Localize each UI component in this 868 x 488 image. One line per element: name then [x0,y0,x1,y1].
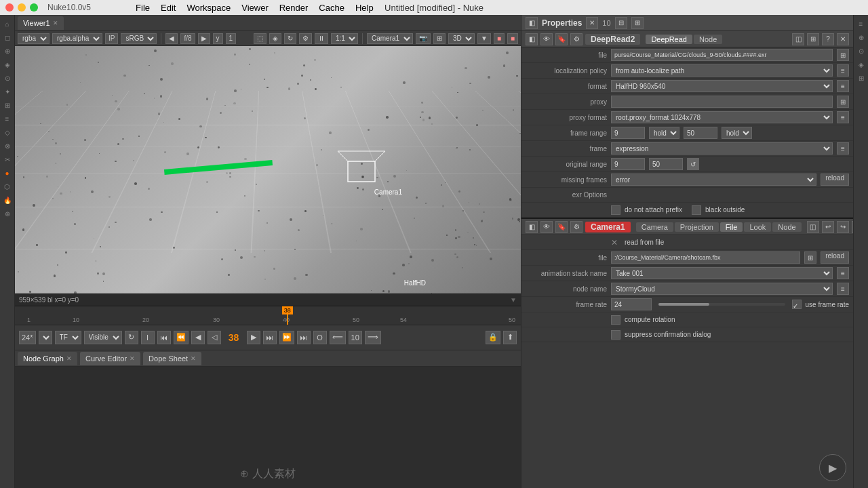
camera-tab-file[interactable]: File [720,222,743,232]
camera-btn-1[interactable]: ◫ [807,221,819,233]
deepread-localization-select[interactable]: from auto-localize path [611,64,833,77]
first-frame-btn[interactable]: ⏮ [157,331,171,344]
rev-play-btn[interactable]: ◁ [208,331,221,344]
fps-display[interactable]: 24* [19,331,36,344]
camera-eye[interactable]: 👁 [540,221,553,233]
camera-settings[interactable]: ⚙ [570,221,583,233]
mode-select[interactable]: 3D [448,33,475,44]
sidebar-icon-5[interactable]: ⊙ [1,72,14,84]
camera-tab-look[interactable]: Look [744,222,771,232]
sidebar-icon-10[interactable]: ⊗ [1,140,14,152]
deepread-close[interactable]: ✕ [837,33,849,45]
camera-tab-projection[interactable]: Projection [675,222,719,232]
lock-btn[interactable]: 🔒 [486,331,500,344]
extra-btn[interactable]: ■ [507,33,518,44]
deepread-collapse[interactable]: ◧ [526,33,538,45]
camera-animstack-edit[interactable]: ≡ [837,267,849,279]
deepread-proxyformat-edit[interactable]: ≡ [837,111,849,123]
menu-render[interactable]: Render [279,3,309,13]
sidebar-icon-viewer[interactable]: ◻ [1,31,14,43]
camera-file-value[interactable]: :/Course_Material/Camera/shotcam.fbx [611,251,800,264]
deepread-format-select[interactable]: HalfHD 960x540 [611,80,833,92]
tab-curve-editor[interactable]: Curve Editor ✕ [80,352,140,365]
next-frame-btn[interactable]: ▶ [198,33,210,44]
node-canvas[interactable]: camera cam deep deep [15,367,521,488]
big-play-button[interactable]: ▶ [819,454,846,481]
menu-viewer[interactable]: Viewer [241,3,269,13]
color-btn[interactable]: ■ [494,33,505,44]
deepread-frame-edit[interactable]: ≡ [837,142,849,155]
dope-sheet-tab-close[interactable]: ✕ [191,355,196,362]
step-back-btn[interactable]: ◀ [191,331,205,344]
deepread-noprefixcheckbox[interactable] [611,205,620,215]
camera-file-browse[interactable]: ⊞ [804,251,816,264]
out-btn[interactable]: O [313,331,327,344]
camera-tab-node[interactable]: Node [772,222,801,232]
prev-frame-btn[interactable]: ◀ [165,33,178,44]
fullscreen-button[interactable] [30,3,38,12]
deepread-help[interactable]: ? [822,33,834,45]
deepread-missingframes-select[interactable]: error [611,174,816,186]
cam-icon[interactable]: 📷 [416,33,431,44]
props-collapse-all[interactable]: ⊟ [615,17,627,29]
sidebar-icon-8[interactable]: ≡ [1,113,14,125]
deepread-btn-2[interactable]: ⊞ [807,33,819,45]
deepread-eye[interactable]: 👁 [540,33,553,45]
step-size[interactable]: 10 [349,331,362,344]
menu-edit[interactable]: Edit [161,3,176,13]
camera-collapse[interactable]: ◧ [526,221,538,233]
node-graph-tab-close[interactable]: ✕ [66,355,72,362]
camera-btn-2[interactable]: ↩ [822,221,834,233]
play-btn[interactable]: ▶ [247,331,260,344]
deepread-frame-select[interactable]: expression [611,142,833,155]
curve-editor-tab-close[interactable]: ✕ [130,355,135,362]
deepread-localization-btn[interactable]: ≡ [837,64,849,77]
viewer-arrow-down[interactable]: ▼ [510,296,517,304]
camera-framerate-value[interactable]: 24 [611,298,652,310]
pause-btn[interactable]: ⏸ [315,33,328,44]
ip-btn[interactable]: IP [105,33,118,44]
in-btn[interactable]: I [141,331,155,344]
sidebar-icon-color[interactable]: ● [1,167,14,179]
menu-file[interactable]: File [136,3,150,13]
channel-select[interactable]: rgba [18,33,50,44]
tf-select[interactable]: TF [55,331,81,344]
menu-help[interactable]: Help [355,3,374,13]
menu-workspace[interactable]: Workspace [186,3,231,13]
sidebar-icon-4[interactable]: ◈ [1,58,14,70]
props-icon1[interactable]: ◧ [526,17,538,29]
right-icon-4[interactable]: ◈ [855,58,867,70]
deepread-framerange-start[interactable]: 9 [611,127,645,139]
sidebar-icon-15[interactable]: ⊛ [1,207,14,220]
sidebar-icon-14[interactable]: 🔥 [1,194,14,206]
visibility-select[interactable]: Visible [84,331,122,344]
grid-btn[interactable]: ⊞ [433,33,446,44]
deepread-btn-1[interactable]: ◫ [792,33,804,45]
deepread-framerange-end[interactable]: 50 [684,127,717,139]
loop-btn[interactable]: ↻ [125,331,138,344]
sidebar-icon-7[interactable]: ⊞ [1,99,14,111]
sidebar-icon-3[interactable]: ⊕ [1,45,14,57]
refresh-btn[interactable]: ↻ [284,33,296,44]
sidebar-icon-11[interactable]: ✂ [1,153,14,165]
right-icon-1[interactable]: ≡ [855,18,867,30]
fps-select[interactable]: ▼ [39,331,52,344]
deepread-tab-deepread[interactable]: DeepRead [646,35,692,44]
deepread-hold1-select[interactable]: hold [649,127,679,139]
deepread-reload-visible[interactable]: reload [821,174,849,186]
close-button[interactable] [5,3,14,12]
camera-framerate-checkbox[interactable] [792,300,802,309]
sidebar-icon-6[interactable]: ✦ [1,85,14,98]
clipping-btn[interactable]: ◈ [269,33,281,44]
props-expand-all[interactable]: ⊞ [631,17,644,29]
fwd-step-btn[interactable]: ⟹ [365,331,381,344]
deepread-file-browse[interactable]: ⊞ [837,49,849,61]
camera-btn-3[interactable]: ↪ [837,221,849,233]
camera-nodename-edit[interactable]: ≡ [837,283,849,295]
deepread-proxy-browse[interactable]: ⊞ [837,96,849,108]
next-keyframe-btn[interactable]: ⏩ [279,331,294,344]
playhead[interactable]: 38 [287,306,288,325]
settings-btn[interactable]: ⚙ [299,33,312,44]
camera-framerate-slider[interactable] [658,303,785,306]
right-icon-3[interactable]: ⊙ [855,45,867,57]
